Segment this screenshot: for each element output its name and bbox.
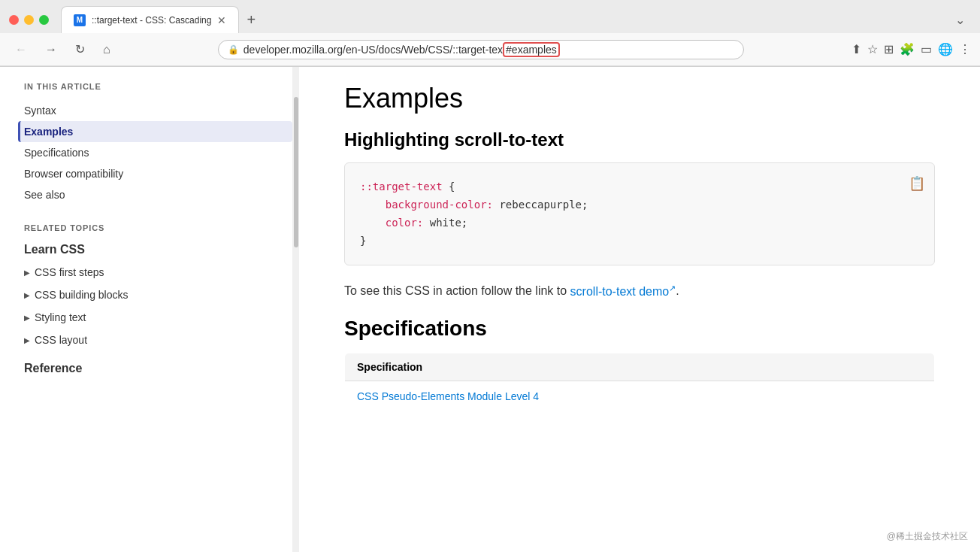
scroll-to-text-link[interactable]: scroll-to-text demo↗: [570, 285, 676, 298]
sidebar-toggle-button[interactable]: ▭: [921, 42, 932, 56]
maximize-button[interactable]: [39, 15, 49, 25]
traffic-lights: [9, 15, 49, 25]
css-brace-close: }: [360, 235, 366, 247]
paragraph-text: To see this CSS in action follow the lin…: [344, 281, 935, 302]
css-property-2: color:: [386, 217, 424, 229]
toc-item-browser-compat[interactable]: Browser compatibility: [18, 163, 292, 184]
close-button[interactable]: [9, 15, 19, 25]
address-hash: #examples: [503, 42, 560, 57]
spec-section-title: Specifications: [344, 317, 935, 341]
nav-bar: ← → ↻ ⌂ 🔒 developer.mozilla.org/en-US/do…: [0, 33, 980, 66]
code-line-4: }: [360, 232, 919, 250]
triangle-icon: ▶: [24, 336, 30, 344]
external-link-icon: ↗: [669, 283, 676, 292]
related-item-css-layout[interactable]: ▶ CSS layout: [18, 329, 292, 351]
toc-item-see-also[interactable]: See also: [18, 184, 292, 205]
window-menu: ⌄: [949, 10, 971, 30]
address-prefix: developer.mozilla.org/en-US/docs/Web/CSS…: [243, 44, 503, 56]
page-wrapper: IN THIS ARTICLE Syntax Examples Specific…: [0, 67, 980, 552]
css-property-1: background-color:: [386, 199, 493, 211]
related-item-label: CSS first steps: [35, 266, 104, 278]
chevron-down-icon: ⌄: [949, 10, 971, 30]
extensions-button[interactable]: ⊞: [884, 42, 894, 56]
css-value-1: rebeccapurple;: [493, 199, 588, 211]
related-item-first-steps[interactable]: ▶ CSS first steps: [18, 261, 292, 284]
related-item-styling-text[interactable]: ▶ Styling text: [18, 306, 292, 329]
lock-icon: 🔒: [228, 44, 239, 55]
tab-favicon: M: [74, 14, 86, 26]
globe-button[interactable]: 🌐: [938, 42, 953, 56]
related-heading: Learn CSS: [18, 238, 292, 261]
scroll-bar[interactable]: [293, 67, 299, 552]
toc-item-specifications[interactable]: Specifications: [18, 142, 292, 163]
address-text: developer.mozilla.org/en-US/docs/Web/CSS…: [243, 44, 734, 56]
spec-cell: CSS Pseudo-Elements Module Level 4: [345, 381, 935, 411]
code-line-1: ::target-text {: [360, 178, 919, 196]
scroll-thumb[interactable]: [294, 97, 298, 247]
code-line-2: background-color: rebeccapurple;: [360, 196, 919, 214]
spec-link[interactable]: CSS Pseudo-Elements Module Level 4: [357, 390, 539, 402]
highlight-section-title: Highlighting scroll-to-text: [344, 129, 935, 150]
triangle-icon: ▶: [24, 268, 30, 277]
related-item-label: Styling text: [35, 311, 86, 323]
related-item-label: CSS layout: [35, 334, 87, 346]
related-item-label: CSS building blocks: [35, 289, 129, 301]
css-brace-open: {: [443, 180, 455, 193]
nav-actions: ⬆ ☆ ⊞ 🧩 ▭ 🌐 ⋮: [851, 42, 971, 56]
reload-button[interactable]: ↻: [69, 39, 91, 59]
para-suffix: .: [676, 285, 679, 298]
sidebar: IN THIS ARTICLE Syntax Examples Specific…: [0, 67, 293, 552]
related-section-title: RELATED TOPICS: [24, 223, 292, 232]
triangle-icon: ▶: [24, 291, 30, 299]
toc-section-title: IN THIS ARTICLE: [18, 82, 292, 91]
para-prefix: To see this CSS in action follow the lin…: [344, 285, 570, 298]
tab-bar: M ::target-text - CSS: Cascading ✕ +: [61, 6, 949, 33]
triangle-icon: ▶: [24, 314, 30, 322]
code-block: 📋 ::target-text { background-color: rebe…: [344, 162, 935, 265]
spec-col-header: Specification: [345, 353, 935, 381]
related-item-building-blocks[interactable]: ▶ CSS building blocks: [18, 284, 292, 306]
copy-icon[interactable]: 📋: [909, 172, 925, 196]
bookmark-button[interactable]: ☆: [867, 42, 878, 56]
new-tab-button[interactable]: +: [239, 7, 263, 33]
page-title: Examples: [344, 82, 935, 114]
spec-row: CSS Pseudo-Elements Module Level 4: [345, 381, 935, 411]
share-button[interactable]: ⬆: [851, 42, 861, 56]
spec-table: Specification CSS Pseudo-Elements Module…: [344, 353, 935, 412]
reference-label: Reference: [18, 357, 292, 380]
home-button[interactable]: ⌂: [97, 40, 116, 59]
toc-item-examples[interactable]: Examples: [18, 121, 292, 142]
tab-close-button[interactable]: ✕: [217, 14, 226, 26]
css-value-2: white;: [423, 217, 467, 229]
address-bar[interactable]: 🔒 developer.mozilla.org/en-US/docs/Web/C…: [218, 40, 744, 59]
toc-item-syntax[interactable]: Syntax: [18, 100, 292, 121]
more-button[interactable]: ⋮: [959, 42, 971, 56]
minimize-button[interactable]: [24, 15, 34, 25]
tab-title: ::target-text - CSS: Cascading: [92, 15, 211, 26]
main-content: Examples Highlighting scroll-to-text 📋 :…: [299, 67, 980, 552]
back-button[interactable]: ←: [9, 40, 33, 59]
code-line-3: color: white;: [360, 214, 919, 232]
puzzle-button[interactable]: 🧩: [900, 42, 915, 56]
toc-list: Syntax Examples Specifications Browser c…: [18, 100, 292, 205]
active-tab[interactable]: M ::target-text - CSS: Cascading ✕: [61, 6, 239, 33]
forward-button[interactable]: →: [39, 40, 63, 59]
css-selector: ::target-text: [360, 180, 443, 193]
